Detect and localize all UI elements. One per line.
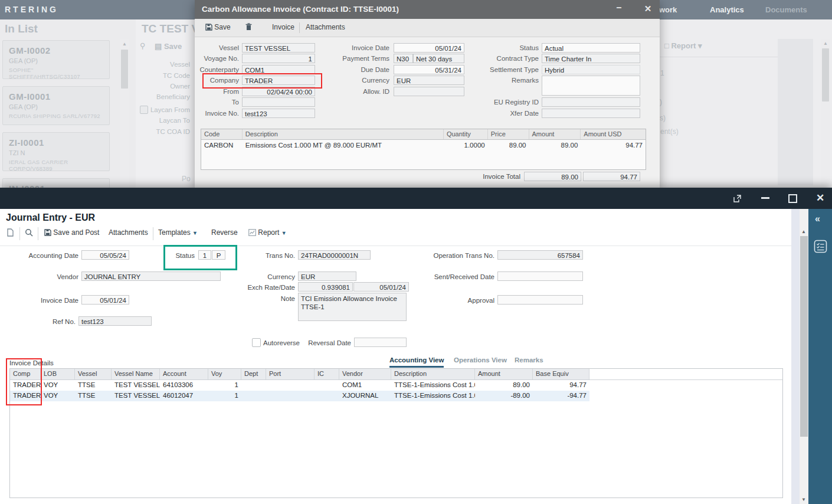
reversal-date-field[interactable]	[354, 338, 407, 347]
currency-field[interactable]: EUR	[394, 76, 464, 85]
payment-terms-desc-field[interactable]: Net 30 days	[413, 54, 464, 63]
sent-received-date-field[interactable]	[497, 271, 583, 281]
close-icon[interactable]: ✕	[816, 192, 824, 204]
journal-currency-field[interactable]: EUR	[298, 271, 356, 281]
journal-scrollbar[interactable]: ▲ ▼	[800, 209, 808, 504]
scroll-down-icon[interactable]: ▼	[801, 497, 806, 502]
col-header-base-equiv[interactable]: Base Equiv	[533, 369, 589, 379]
operation-trans-no-field[interactable]: 657584	[497, 250, 583, 260]
col-header-vessel[interactable]: Vessel	[75, 369, 112, 379]
templates-menu[interactable]: Templates ▼	[158, 228, 198, 240]
payment-terms-code-field[interactable]: N30	[394, 54, 413, 63]
nav-item-network[interactable]: work	[659, 5, 677, 14]
invoice-date-field[interactable]: 05/01/24	[394, 43, 464, 53]
due-date-field[interactable]: 05/31/24	[394, 65, 464, 74]
table-row[interactable]: TRADER VOY TTSE TEST VESSEL 46012047 1 X…	[10, 391, 782, 401]
remarks-field[interactable]	[542, 76, 640, 96]
col-header-code[interactable]: Code	[201, 129, 243, 139]
in-list-scrollbar[interactable]: ▲	[120, 39, 129, 188]
accounting-date-field[interactable]: 05/05/24	[81, 250, 129, 260]
background-scrollbar[interactable]: ▲	[821, 39, 830, 185]
scroll-up-icon[interactable]: ▲	[823, 41, 828, 46]
delete-button[interactable]	[245, 23, 252, 31]
reverse-button[interactable]: Reverse	[211, 228, 238, 240]
eu-registry-id-field[interactable]	[542, 97, 640, 107]
ref-no-field[interactable]: test123	[78, 316, 152, 326]
settlement-type-field[interactable]: Hybrid	[542, 65, 640, 74]
scrollbar-thumb[interactable]	[822, 48, 829, 102]
tab-operations-view[interactable]: Operations View	[454, 356, 507, 364]
col-header-vendor[interactable]: Vendor	[339, 369, 391, 379]
status-field[interactable]: Actual	[542, 43, 640, 53]
table-row[interactable]: TRADER VOY TTSE TEST VESSEL 64103306 1 C…	[10, 380, 782, 391]
tc-save-button[interactable]: ▤ Save	[155, 42, 182, 51]
to-field[interactable]	[242, 97, 315, 107]
vendor-field[interactable]: JOURNAL ENTRY	[81, 271, 221, 281]
exch-date-field[interactable]: 05/01/24	[353, 282, 409, 292]
attachments-tab[interactable]: Attachments	[306, 23, 345, 31]
list-item[interactable]: GM-I0002 GEA (OP) SOPHIE" SCHIFFFAHRTSG/…	[2, 40, 110, 79]
scrollbar-thumb[interactable]	[121, 50, 128, 89]
tab-accounting-view[interactable]: Accounting View	[389, 356, 444, 368]
col-header-voy[interactable]: Voy	[208, 369, 241, 379]
note-field[interactable]: TCI Emission Allowance Invoice TTSE-1	[298, 293, 407, 321]
list-item[interactable]: GM-I0001 GEA (OP) RCURIA SHIPPING SARL/V…	[2, 86, 110, 125]
invoice-no-label: Invoice No.	[195, 110, 239, 117]
in-list-panel: In List GM-I0002 GEA (OP) SOPHIE" SCHIFF…	[0, 19, 136, 188]
save-and-post-button[interactable]: Save and Post	[44, 228, 99, 240]
col-header-dept[interactable]: Dept	[241, 369, 266, 379]
report-menu-faded[interactable]: □ Report ▾	[664, 41, 702, 50]
journal-invoice-date-label: Invoice Date	[18, 297, 78, 304]
scroll-up-icon[interactable]: ▲	[801, 229, 806, 234]
autoreverse-checkbox[interactable]	[252, 338, 261, 347]
vessel-field[interactable]: TEST VESSEL	[242, 43, 315, 53]
col-header-vessel-name[interactable]: Vessel Name	[112, 369, 160, 379]
approval-field[interactable]	[497, 295, 583, 305]
table-row[interactable]: CARBON Emissions Cost 1.000 MT @ 89.000 …	[201, 140, 646, 150]
col-header-amount[interactable]: Amount	[529, 129, 581, 139]
col-header-price[interactable]: Price	[488, 129, 529, 139]
report-menu[interactable]: Report ▼	[248, 228, 287, 240]
col-header-amount-usd[interactable]: Amount USD	[581, 129, 646, 139]
scroll-up-icon[interactable]: ▲	[122, 41, 127, 47]
col-header-quantity[interactable]: Quantity	[444, 129, 488, 139]
checklist-icon[interactable]	[814, 240, 827, 253]
journal-invoice-date-field[interactable]: 05/01/24	[81, 295, 129, 305]
dialog-titlebar[interactable]: Carbon Allowance Invoice (Contract ID: T…	[195, 0, 660, 19]
nav-item-analytics[interactable]: Analytics	[710, 5, 744, 14]
text-fragment: 1	[660, 69, 664, 77]
col-header-description[interactable]: Description	[391, 369, 475, 379]
col-header-lob[interactable]: LOB	[41, 369, 75, 379]
minimize-icon[interactable]: –	[615, 4, 623, 12]
from-label: From	[195, 88, 239, 95]
collapse-panel-icon[interactable]: «	[815, 214, 820, 224]
close-icon[interactable]: ✕	[643, 4, 653, 14]
search-button[interactable]	[25, 228, 33, 240]
save-button[interactable]: Save	[205, 23, 231, 31]
new-document-button[interactable]	[7, 228, 14, 240]
note-label: Note	[271, 295, 295, 302]
invoice-tab[interactable]: Invoice	[272, 23, 294, 31]
col-header-ic[interactable]: IC	[315, 369, 339, 379]
journal-window-titlebar[interactable]: ✕	[0, 188, 832, 209]
exch-rate-field[interactable]: 0.939081	[298, 282, 353, 292]
xfer-date-field[interactable]	[542, 109, 640, 118]
allow-id-field[interactable]	[394, 87, 464, 96]
attachments-button[interactable]: Attachments	[109, 228, 148, 240]
col-header-account[interactable]: Account	[160, 369, 208, 379]
col-header-port[interactable]: Port	[266, 369, 315, 379]
maximize-icon[interactable]	[788, 194, 797, 203]
voyage-no-field[interactable]: 1	[242, 54, 315, 63]
tab-remarks[interactable]: Remarks	[515, 356, 543, 364]
nav-item-documents[interactable]: Documents	[765, 5, 807, 14]
col-header-amount[interactable]: Amount	[475, 369, 533, 379]
popout-icon[interactable]	[733, 194, 741, 205]
col-header-description[interactable]: Description	[243, 129, 444, 139]
minimize-icon[interactable]	[761, 197, 769, 199]
search-icon[interactable]: ⚲	[140, 41, 146, 50]
invoice-no-field[interactable]: test123	[242, 109, 315, 118]
scrollbar-thumb[interactable]	[800, 236, 808, 437]
contract-type-field[interactable]: Time Charter In	[542, 54, 640, 63]
list-item[interactable]: ZI-I0001 TZI N IERAL GAS CARRIER CORPO/V…	[2, 132, 110, 171]
trans-no-field[interactable]: 24TRAD0000001N	[298, 250, 371, 260]
